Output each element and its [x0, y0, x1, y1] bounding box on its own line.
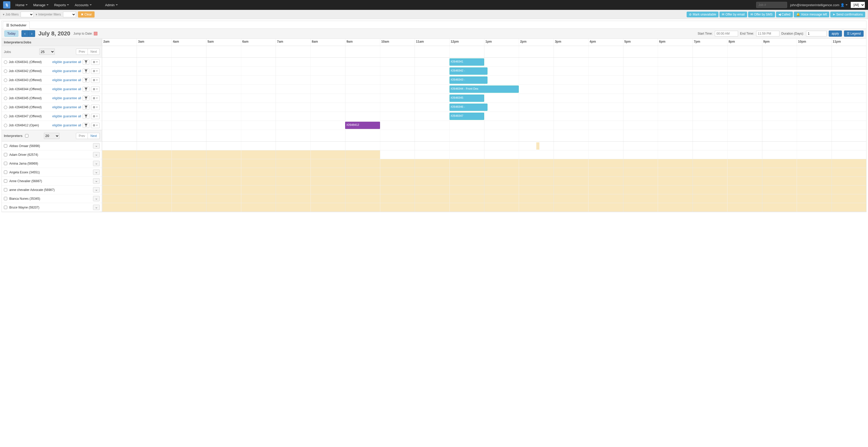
interpreter-menu-button[interactable] [93, 205, 100, 210]
interpreter-checkbox[interactable] [4, 179, 7, 183]
interpreter-checkbox[interactable] [4, 206, 7, 209]
guarantee-link[interactable]: guarantee [63, 60, 77, 64]
settings-button[interactable]: ⚙ [91, 123, 100, 128]
job-block[interactable]: #2648345 [450, 95, 484, 102]
guarantee-link[interactable]: guarantee [63, 78, 77, 82]
action-voice-message-left[interactable]: 🔔 Voice message left [794, 11, 830, 17]
guarantee-link[interactable]: guarantee [63, 106, 77, 109]
eligible-link[interactable]: eligible [53, 87, 62, 91]
filter-button[interactable] [83, 123, 89, 128]
eligible-link[interactable]: eligible [53, 123, 62, 127]
tab-scheduler[interactable]: ☰ Scheduler [3, 22, 30, 29]
all-link[interactable]: all [78, 60, 81, 64]
filter-button[interactable] [83, 87, 89, 92]
start-time-input[interactable] [715, 31, 738, 36]
eligible-link[interactable]: eligible [53, 106, 62, 109]
interpreter-checkbox[interactable] [4, 171, 7, 174]
all-select[interactable]: [All] [851, 2, 865, 8]
job-filters-select[interactable] [21, 11, 34, 17]
eligible-link[interactable]: eligible [53, 115, 62, 118]
interpreter-menu-button[interactable] [93, 170, 100, 175]
interpreter-menu-button[interactable] [93, 161, 100, 166]
settings-button[interactable]: ⚙ [91, 96, 100, 101]
guarantee-link[interactable]: guarantee [63, 87, 77, 91]
all-link[interactable]: all [78, 78, 81, 82]
end-time-input[interactable] [756, 31, 779, 36]
eligible-link[interactable]: eligible [53, 78, 62, 82]
nav-manage[interactable]: Manage [33, 3, 49, 7]
user-menu[interactable]: john@interpreterintelligence.com 👤 [790, 3, 847, 7]
interpreter-checkbox[interactable] [4, 197, 7, 200]
guarantee-link[interactable]: guarantee [63, 123, 77, 127]
availability-block[interactable] [536, 142, 539, 150]
interpreters-next-button[interactable]: Next [88, 133, 100, 139]
action-called[interactable]: ◀ Called [776, 11, 793, 17]
jobs-page-size[interactable]: 25 [39, 49, 55, 55]
interpreter-checkbox[interactable] [4, 153, 7, 156]
nav-home[interactable]: Home [16, 3, 28, 7]
guarantee-link[interactable]: guarantee [63, 96, 77, 100]
settings-button[interactable]: ⚙ [91, 59, 100, 65]
job-block[interactable]: #2648412 [345, 122, 380, 129]
filter-button[interactable] [83, 96, 89, 101]
job-radio[interactable] [4, 69, 7, 73]
settings-button[interactable]: ⚙ [91, 114, 100, 119]
eligible-link[interactable]: eligible [53, 69, 62, 73]
job-radio[interactable] [4, 97, 7, 100]
interpreter-menu-button[interactable] [93, 196, 100, 201]
settings-button[interactable]: ⚙ [91, 78, 100, 83]
interpreters-prev-button[interactable]: Prev [76, 133, 88, 139]
nav-reports[interactable]: Reports [54, 3, 69, 7]
apply-button[interactable]: apply [829, 30, 842, 37]
all-link[interactable]: all [78, 96, 81, 100]
job-search-input[interactable] [756, 2, 787, 8]
filter-button[interactable] [83, 68, 89, 73]
interpreter-checkbox[interactable] [4, 188, 7, 191]
interpreters-page-size[interactable]: 20 [44, 133, 59, 139]
job-radio[interactable] [4, 60, 7, 64]
job-radio[interactable] [4, 115, 7, 118]
job-radio[interactable] [4, 124, 7, 127]
job-radio[interactable] [4, 79, 7, 82]
action-send-confirmations[interactable]: ➤ Send confirmations [830, 11, 865, 17]
interpreter-menu-button[interactable] [93, 187, 100, 192]
interpreter-menu-button[interactable] [93, 178, 100, 184]
jobs-prev-button[interactable]: Prev [76, 49, 88, 55]
job-block[interactable]: #2648344 - Front Des [450, 86, 519, 93]
job-radio[interactable] [4, 106, 7, 109]
next-day-button[interactable]: › [28, 30, 35, 37]
job-block[interactable]: #2648343 - [450, 77, 488, 84]
eligible-link[interactable]: eligible [53, 96, 62, 100]
all-link[interactable]: all [78, 115, 81, 118]
today-button[interactable]: Today [4, 30, 18, 37]
action-offer-by-email[interactable]: ✉ Offer by email [719, 11, 747, 17]
filter-button[interactable] [83, 59, 89, 65]
interpreter-checkbox[interactable] [4, 162, 7, 165]
settings-button[interactable]: ⚙ [91, 68, 100, 74]
guarantee-link[interactable]: guarantee [63, 69, 77, 73]
filter-button[interactable] [83, 78, 89, 83]
clear-button[interactable]: ✖Clear [78, 11, 95, 18]
interpreter-menu-button[interactable] [93, 152, 100, 157]
all-link[interactable]: all [78, 106, 81, 109]
action-offer-by-sms[interactable]: ✉ Offer by SMS [748, 11, 775, 17]
interpreter-menu-button[interactable] [93, 143, 100, 149]
nav-accounts[interactable]: Accounts [75, 3, 91, 7]
duration-input[interactable] [806, 31, 827, 36]
jobs-next-button[interactable]: Next [88, 49, 100, 55]
all-link[interactable]: all [78, 69, 81, 73]
settings-button[interactable]: ⚙ [91, 105, 100, 110]
filter-button[interactable] [83, 114, 89, 119]
action-mark-unavailable[interactable]: ⊘ Mark unavailable [687, 11, 718, 17]
job-block[interactable]: #2648347 [450, 113, 484, 120]
job-block[interactable]: #2648342 - [450, 67, 488, 75]
all-link[interactable]: all [78, 87, 81, 91]
eligible-link[interactable]: eligible [53, 60, 62, 64]
prev-day-button[interactable]: ‹ [22, 30, 28, 37]
job-radio[interactable] [4, 88, 7, 91]
filter-button[interactable] [83, 105, 89, 110]
interpreter-checkbox[interactable] [4, 144, 7, 148]
legend-button[interactable]: ☰ Legend [844, 30, 864, 37]
job-block[interactable]: #2648341 [450, 58, 484, 66]
guarantee-link[interactable]: guarantee [63, 115, 77, 118]
